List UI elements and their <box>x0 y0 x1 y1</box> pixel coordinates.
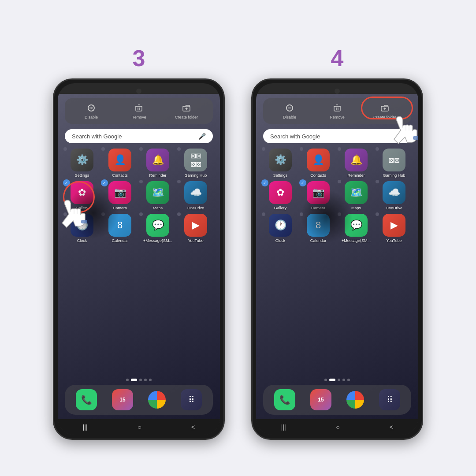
dock-multiwindow-4[interactable]: 15 <box>310 389 331 410</box>
youtube-label-4: YouTube <box>386 238 402 243</box>
disable-item-3[interactable]: Disable <box>67 103 115 119</box>
search-text-4: Search with Google <box>270 133 320 140</box>
calendar-label-3: Calendar <box>112 238 128 243</box>
reminder-label-4: Reminder <box>347 173 364 178</box>
app-message-3[interactable]: 💬 +Message(SM... <box>141 214 175 243</box>
app-calendar-4[interactable]: 8 Calendar <box>301 214 335 243</box>
message-label-4: +Message(SM... <box>342 238 371 243</box>
create-folder-item-3[interactable]: Create folder <box>163 103 210 119</box>
youtube-icon-4: ▶ <box>383 214 405 237</box>
remove-item-4[interactable]: Remove <box>313 103 361 119</box>
search-bar-3[interactable]: Search with Google 🎤 <box>65 129 213 143</box>
disable-icon-3 <box>86 103 97 113</box>
settings-label-3: Settings <box>75 173 89 178</box>
camera-notch-4 <box>335 89 340 94</box>
app-calendar-3[interactable]: 8 Calendar <box>103 214 137 243</box>
nav-home-4[interactable]: ○ <box>336 424 339 431</box>
create-folder-label-4: Create folder <box>373 115 396 119</box>
app-settings-4[interactable]: ⚙️ Settings <box>263 149 298 178</box>
app-youtube-4[interactable]: ▶ YouTube <box>377 214 411 243</box>
dock-phone-4[interactable]: 📞 <box>274 389 295 410</box>
dot-4-3 <box>144 379 147 381</box>
app-gallery-4[interactable]: ✓ ✿ Gallery <box>263 181 298 210</box>
dock-4: 📞 15 ⠿ <box>263 385 411 415</box>
app-onedrive-3[interactable]: ☁️ OneDrive <box>178 181 213 210</box>
app-onedrive-4[interactable]: ☁️ OneDrive <box>377 181 411 210</box>
gallery-label-3: Gallery <box>76 206 89 210</box>
dock-apps-3[interactable]: ⠿ <box>181 389 202 410</box>
nav-recent-3[interactable]: ||| <box>83 424 88 431</box>
nav-bar-4: ||| ○ < <box>256 419 418 435</box>
app-camera-4[interactable]: ✓ 📷 Camera <box>301 181 335 210</box>
app-camera-3[interactable]: ✓ 📷 Camera <box>103 181 137 210</box>
settings-label-4: Settings <box>273 173 288 178</box>
camera-check-4: ✓ <box>299 179 306 186</box>
app-maps-3[interactable]: 🗺️ Maps <box>141 181 175 210</box>
page-dots-3 <box>58 375 220 385</box>
search-text-3: Search with Google <box>72 133 122 140</box>
onedrive-icon-4: ☁️ <box>383 181 405 204</box>
remove-item-3[interactable]: Remove <box>115 103 163 119</box>
gallery-check-4: ✓ <box>261 179 268 186</box>
screen-4: Disable Remove <box>256 94 418 419</box>
mic-icon-3: 🎤 <box>198 133 206 140</box>
maps-label-4: Maps <box>351 206 361 210</box>
remove-icon-3 <box>134 103 144 113</box>
app-grid-row2-3: ✓ ✿ Gallery ✓ 📷 Camera <box>58 181 220 210</box>
dock-multiwindow-3[interactable]: 15 <box>112 389 133 410</box>
gallery-check-3: ✓ <box>63 179 70 186</box>
reminder-label-3: Reminder <box>149 173 166 178</box>
disable-label-4: Disable <box>283 115 296 119</box>
action-bar-3: Disable Remove Create fold <box>65 98 213 124</box>
phone-3: Disable Remove Create fold <box>53 78 225 440</box>
app-maps-4[interactable]: 🗺️ Maps <box>339 181 373 210</box>
disable-label-3: Disable <box>85 115 98 119</box>
remove-label-4: Remove <box>330 115 345 119</box>
create-folder-icon-4 <box>379 103 390 113</box>
clock-label-4: Clock <box>275 238 286 243</box>
app-message-4[interactable]: 💬 +Message(SM... <box>339 214 373 243</box>
camera-label-3: Camera <box>113 206 127 210</box>
reminder-icon-4: 🔔 <box>345 149 368 171</box>
create-folder-item-4[interactable]: Create folder <box>361 103 409 119</box>
dock-phone-3[interactable]: 📞 <box>76 389 97 410</box>
dock-3: 📞 15 ⠿ <box>65 385 213 415</box>
camera-icon-3: 📷 <box>108 181 131 204</box>
contacts-label-3: Contacts <box>112 173 128 178</box>
dock-chrome-4[interactable] <box>346 391 364 409</box>
app-reminder-3[interactable]: 🔔 Reminder <box>141 149 175 178</box>
app-clock-3[interactable]: 🕐 Clock <box>65 214 99 243</box>
app-settings-3[interactable]: ⚙️ Settings <box>65 149 99 178</box>
dock-apps-4[interactable]: ⠿ <box>379 389 400 410</box>
dock-chrome-3[interactable] <box>148 391 166 409</box>
contacts-label-4: Contacts <box>310 173 326 178</box>
nav-home-3[interactable]: ○ <box>138 424 141 431</box>
clock-icon-3: 🕐 <box>71 214 93 237</box>
maps-icon-3: 🗺️ <box>146 181 169 204</box>
app-gaming-4[interactable]: ⊠⊠ Gaming Hub <box>377 149 411 178</box>
settings-icon-4: ⚙️ <box>269 149 292 171</box>
nav-back-3[interactable]: < <box>191 424 195 431</box>
app-contacts-3[interactable]: 👤 Contacts <box>103 149 137 178</box>
nav-back-4[interactable]: < <box>390 424 393 431</box>
phone-4: Disable Remove <box>251 78 423 440</box>
search-bar-4[interactable]: Search with Google 🎤 <box>263 129 411 143</box>
app-youtube-3[interactable]: ▶ YouTube <box>178 214 213 243</box>
camera-label-4: Camera <box>311 206 325 210</box>
onedrive-icon-3: ☁️ <box>184 181 207 204</box>
app-clock-4[interactable]: 🕐 Clock <box>263 214 298 243</box>
clock-icon-4: 🕐 <box>269 214 292 237</box>
app-gaming-3[interactable]: ⊠⊠⊠⊠ Gaming Hub <box>178 149 213 178</box>
nav-recent-4[interactable]: ||| <box>281 424 286 431</box>
phone-4-inner: Disable Remove <box>256 83 418 435</box>
svg-rect-17 <box>334 106 340 111</box>
app-reminder-4[interactable]: 🔔 Reminder <box>339 149 373 178</box>
app-grid-row2-4: ✓ ✿ Gallery ✓ 📷 Camera <box>256 181 418 210</box>
disable-item-4[interactable]: Disable <box>266 103 313 119</box>
app-gallery-3[interactable]: ✓ ✿ Gallery <box>65 181 99 210</box>
svg-rect-28 <box>413 136 418 140</box>
dot-2-4 <box>329 379 335 381</box>
phone-3-inner: Disable Remove Create fold <box>58 83 220 435</box>
calendar-icon-3: 8 <box>108 214 131 237</box>
app-contacts-4[interactable]: 👤 Contacts <box>301 149 335 178</box>
